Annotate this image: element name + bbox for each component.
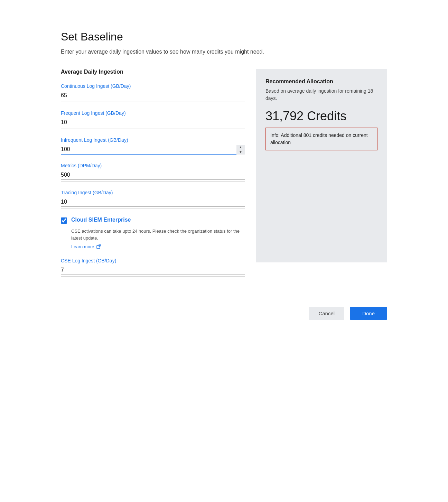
tracing-ingest-group: Tracing Ingest (GB/Day) bbox=[61, 190, 245, 208]
learn-more-text: Learn more bbox=[71, 244, 94, 249]
learn-more-link[interactable]: Learn more bbox=[61, 244, 101, 249]
cse-checkbox-row: Cloud SIEM Enterprise bbox=[61, 217, 245, 224]
continuous-log-group: Continuous Log Ingest (GB/Day) bbox=[61, 83, 245, 102]
continuous-log-label: Continuous Log Ingest (GB/Day) bbox=[61, 83, 245, 89]
infrequent-log-label: Infrequent Log Ingest (GB/Day) bbox=[61, 137, 245, 143]
rec-title: Recommended Allocation bbox=[265, 78, 377, 85]
metrics-input-wrapper bbox=[61, 170, 245, 180]
left-panel: Average Daily Ingestion Continuous Log I… bbox=[61, 69, 245, 285]
metrics-input[interactable] bbox=[61, 170, 245, 180]
frequent-log-input[interactable] bbox=[61, 118, 245, 127]
infrequent-log-input-wrapper: ▲ ▼ bbox=[61, 145, 245, 155]
section-title: Average Daily Ingestion bbox=[61, 69, 245, 75]
right-panel: Recommended Allocation Based on average … bbox=[256, 69, 387, 262]
page-subtitle: Enter your average daily ingestion value… bbox=[61, 49, 387, 55]
frequent-log-group: Frequent Log Ingest (GB/Day) bbox=[61, 110, 245, 129]
cse-log-input-wrapper bbox=[61, 266, 245, 275]
footer-area: Cancel Done bbox=[61, 301, 387, 320]
spinner-down-button[interactable]: ▼ bbox=[236, 150, 245, 155]
tracing-ingest-label: Tracing Ingest (GB/Day) bbox=[61, 190, 245, 195]
cse-log-input[interactable] bbox=[61, 266, 245, 275]
external-link-icon bbox=[96, 244, 101, 249]
rec-subtitle: Based on average daily ingestion for rem… bbox=[265, 87, 377, 102]
cse-checkbox[interactable] bbox=[61, 217, 67, 224]
cse-label[interactable]: Cloud SIEM Enterprise bbox=[71, 217, 131, 223]
content-area: Average Daily Ingestion Continuous Log I… bbox=[61, 69, 387, 285]
tracing-ingest-input-wrapper bbox=[61, 197, 245, 207]
page-title: Set Baseline bbox=[61, 30, 387, 43]
frequent-log-input-wrapper bbox=[61, 118, 245, 127]
cse-checkbox-wrapper bbox=[61, 217, 67, 224]
infrequent-log-group: Infrequent Log Ingest (GB/Day) ▲ ▼ bbox=[61, 137, 245, 155]
metrics-label: Metrics (DPM/Day) bbox=[61, 163, 245, 168]
dialog-container: Set Baseline Enter your average daily in… bbox=[44, 14, 404, 334]
infrequent-log-input[interactable] bbox=[61, 145, 245, 155]
cancel-button[interactable]: Cancel bbox=[309, 307, 344, 320]
frequent-log-label: Frequent Log Ingest (GB/Day) bbox=[61, 110, 245, 116]
done-button[interactable]: Done bbox=[350, 307, 387, 320]
credits-value: 31,792 Credits bbox=[265, 109, 377, 123]
tracing-ingest-input[interactable] bbox=[61, 197, 245, 207]
spinner-buttons: ▲ ▼ bbox=[236, 145, 245, 155]
spinner-up-button[interactable]: ▲ bbox=[236, 145, 245, 150]
metrics-group: Metrics (DPM/Day) bbox=[61, 163, 245, 182]
continuous-log-input[interactable] bbox=[61, 91, 245, 100]
cse-log-group: CSE Log Ingest (GB/Day) bbox=[61, 258, 245, 277]
cse-description: CSE activations can take upto 24 hours. … bbox=[61, 228, 245, 241]
continuous-log-input-wrapper bbox=[61, 91, 245, 100]
cse-log-label: CSE Log Ingest (GB/Day) bbox=[61, 258, 245, 263]
info-box: Info: Additional 801 credits needed on c… bbox=[265, 128, 377, 150]
cse-group: Cloud SIEM Enterprise CSE activations ca… bbox=[61, 217, 245, 250]
